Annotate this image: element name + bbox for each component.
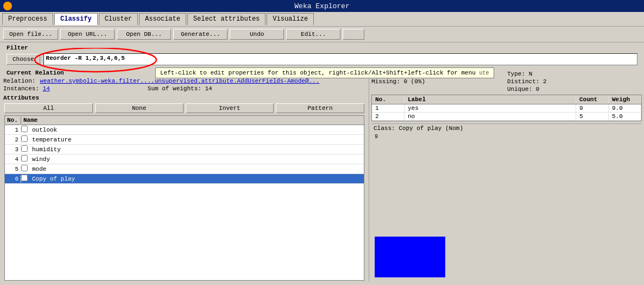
attribute-row[interactable]: 1 outlook	[5, 125, 364, 135]
attr-checkbox[interactable]	[21, 135, 30, 144]
title-bar: Weka Explorer	[0, 0, 644, 12]
attr-checkbox[interactable]	[21, 126, 30, 134]
class-values-table: No. Label Count Weigh 1 yes 9 9.0 2 no 5…	[371, 95, 642, 121]
class-count: 9	[576, 104, 609, 112]
invert-button[interactable]: Invert	[186, 103, 274, 113]
attribute-row[interactable]: 5 mode	[5, 164, 364, 174]
relation-value[interactable]: weather.symbolic-weka.filter....unsuperv…	[40, 78, 319, 84]
chart-bar-yes	[375, 237, 445, 277]
sum-weights-label: Sum of weights:	[148, 85, 201, 92]
filter-text-display[interactable]: Reorder -R 1,2,3,4,6,5	[43, 53, 637, 65]
distinct-value: 2	[543, 78, 547, 85]
tab-cluster[interactable]: Cluster	[99, 13, 138, 25]
attr-checkbox[interactable]	[21, 155, 30, 163]
attr-no: 2	[5, 136, 21, 144]
class-no: 2	[372, 113, 405, 120]
class-table-header: No. Label Count Weigh	[372, 95, 641, 104]
missing-label: Missing:	[371, 78, 400, 85]
open-file-button[interactable]: Open file...	[3, 29, 58, 40]
chart-bars	[375, 142, 639, 277]
attr-checkbox[interactable]	[21, 145, 30, 153]
class-rows-container: 1 yes 9 9.0 2 no 5 5.0	[372, 104, 641, 121]
open-db-button[interactable]: Open DB...	[117, 29, 171, 40]
attribute-table-header: No. Name	[5, 116, 364, 125]
class-footer: Class: Copy of play (Nom)	[374, 125, 463, 132]
app-title: Weka Explorer	[294, 2, 349, 10]
filter-tooltip: Left-click to edit properties for this o…	[155, 67, 494, 78]
none-button[interactable]: None	[95, 103, 184, 113]
left-panel: Current Relation Relation: weather.symbo…	[0, 67, 369, 282]
attr-no: 4	[5, 156, 21, 163]
col-name-header: Name	[21, 116, 364, 124]
tab-classify[interactable]: Classify	[54, 13, 98, 25]
unique-value: 0	[536, 86, 540, 92]
class-weight: 5.0	[609, 113, 641, 120]
filter-row: Choose Reorder -R 1,2,3,4,6,5 Left-click…	[3, 52, 641, 66]
attr-name-cell: temperature	[30, 136, 364, 144]
attribute-table: No. Name 1 outlook 2 temperature 3 humid…	[4, 115, 364, 281]
attribute-row[interactable]: 3 humidity	[5, 145, 364, 154]
type-value: N	[529, 71, 533, 77]
class-label: yes	[405, 104, 576, 112]
class-selector-row: Class: Copy of play (Nom)	[371, 123, 642, 133]
class-no: 1	[372, 104, 405, 112]
class-col-count: Count	[576, 96, 609, 103]
class-col-no: No.	[372, 96, 405, 103]
chart-max-label: 9	[375, 134, 378, 140]
tab-bar: Preprocess Classify Cluster Associate Se…	[0, 12, 644, 27]
attributes-label: Attributes	[0, 94, 369, 102]
attr-no: 1	[5, 126, 21, 134]
main-area: Current Relation Relation: weather.symbo…	[0, 67, 644, 282]
attr-no: 3	[5, 146, 21, 153]
toolbar: Open file... Open URL... Open DB... Gene…	[0, 27, 644, 42]
class-col-label: Label	[405, 96, 576, 103]
attr-name-cell: outlook	[30, 126, 364, 134]
attr-no: 5	[5, 165, 21, 173]
distinct-label: Distinct:	[507, 78, 539, 85]
tab-visualize[interactable]: Visualize	[267, 13, 314, 25]
attribute-row[interactable]: 2 temperature	[5, 135, 364, 145]
unique-label: Unique:	[507, 86, 532, 92]
instances-label: Instances:	[3, 85, 39, 92]
extra-button[interactable]	[343, 29, 364, 40]
tab-associate[interactable]: Associate	[139, 13, 186, 25]
filter-label: Filter	[3, 44, 641, 52]
attribute-row[interactable]: 4 windy	[5, 154, 364, 164]
attr-checkbox[interactable]	[21, 175, 30, 183]
weka-icon	[3, 2, 12, 10]
edit-button[interactable]: Edit...	[286, 29, 340, 40]
attr-checkbox[interactable]	[21, 165, 30, 173]
right-panel: Name: Copy of play Type: N Missing: 0 (0…	[369, 67, 644, 282]
class-row: 1 yes 9 9.0	[372, 104, 641, 113]
type-label: Type:	[507, 71, 525, 77]
pattern-button[interactable]: Pattern	[276, 103, 364, 113]
attr-name-cell: Copy of play	[30, 175, 364, 183]
attribute-buttons: All None Invert Pattern	[0, 102, 369, 114]
tab-select-attributes[interactable]: Select attributes	[187, 13, 266, 25]
tab-preprocess[interactable]: Preprocess	[2, 13, 53, 25]
missing-value: 0 (0%)	[403, 78, 425, 85]
all-button[interactable]: All	[4, 103, 93, 113]
attribute-rows-container: 1 outlook 2 temperature 3 humidity 4 win…	[5, 125, 364, 184]
col-no-header: No.	[5, 116, 21, 124]
choose-button[interactable]: Choose	[7, 54, 40, 65]
undo-button[interactable]: Undo	[230, 29, 284, 40]
attr-name-cell: mode	[30, 165, 364, 173]
class-count: 5	[576, 113, 609, 120]
chart-area: 9	[371, 133, 642, 280]
attr-name-cell: windy	[30, 156, 364, 163]
class-label: no	[405, 113, 576, 120]
generate-button[interactable]: Generate...	[173, 29, 228, 40]
attr-no: 6	[5, 175, 21, 183]
class-col-weight: Weigh	[609, 96, 641, 103]
sum-weights-value: 14	[205, 85, 212, 92]
instances-value[interactable]: 14	[43, 85, 50, 92]
attribute-row[interactable]: 6 Copy of play	[5, 174, 364, 184]
class-weight: 9.0	[609, 104, 641, 112]
relation-label: Relation:	[3, 78, 35, 84]
filter-section: Filter Choose Reorder -R 1,2,3,4,6,5 Lef…	[0, 42, 644, 67]
open-url-button[interactable]: Open URL...	[60, 29, 115, 40]
attr-name-cell: humidity	[30, 146, 364, 153]
class-row: 2 no 5 5.0	[372, 113, 641, 121]
